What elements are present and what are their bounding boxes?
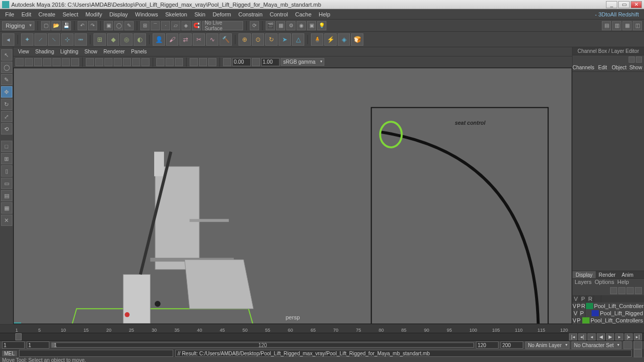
rotate-tool-icon[interactable]: ↻: [1, 99, 12, 110]
magnet-icon[interactable]: 🧲: [192, 21, 201, 30]
isolate-icon[interactable]: [156, 58, 164, 66]
layer-move-up-icon[interactable]: [610, 287, 617, 294]
autokey-icon[interactable]: [623, 341, 632, 349]
gamma-icon[interactable]: [252, 58, 260, 66]
blendshape-icon[interactable]: ◎: [120, 33, 133, 46]
live-surface-display[interactable]: No Live Surface: [202, 21, 243, 30]
time-slider[interactable]: [0, 333, 644, 341]
exposure-icon[interactable]: [223, 58, 231, 66]
single-pane-icon[interactable]: □: [1, 141, 12, 152]
lasso-tool-icon[interactable]: ◯: [1, 62, 12, 73]
layer-row[interactable]: VPRPool_Lift_Controllers_f: [573, 302, 644, 310]
lattice-icon[interactable]: ⊞: [94, 33, 106, 46]
channel-tab-edit[interactable]: Edit: [594, 64, 611, 71]
step-back-button[interactable]: ◂: [587, 333, 596, 340]
time-ruler[interactable]: 1510152025303540455055606570758085909510…: [0, 325, 644, 333]
channel-menu-icon[interactable]: [629, 56, 635, 63]
outliner-layout-icon[interactable]: ▤: [1, 190, 12, 201]
anim-layer-dropdown[interactable]: No Anim Layer: [525, 341, 569, 349]
near-clip-input[interactable]: [232, 58, 251, 66]
layer-color-swatch[interactable]: [582, 317, 590, 323]
lasso-icon[interactable]: ◯: [114, 21, 123, 30]
xray-joints-icon[interactable]: [175, 58, 183, 66]
menu-cache[interactable]: Cache: [292, 10, 315, 18]
shelf-tab-selector-icon[interactable]: ◂: [2, 33, 14, 46]
maximize-button[interactable]: ▭: [618, 1, 630, 8]
detach-skin-icon[interactable]: ✂: [193, 33, 205, 46]
quickrig-icon[interactable]: ⚡: [324, 33, 337, 46]
color-mgmt-dropdown[interactable]: sRGB gamma: [281, 58, 324, 66]
wireframe-icon[interactable]: [86, 58, 94, 66]
layer-color-swatch[interactable]: [586, 303, 593, 309]
range-end2-input[interactable]: [501, 341, 523, 349]
bookmark-icon[interactable]: [25, 58, 33, 66]
viewcube-icon[interactable]: [208, 58, 216, 66]
light-editor-icon[interactable]: 💡: [317, 21, 326, 30]
move-tool-icon[interactable]: ✥: [1, 86, 12, 98]
range-slider[interactable]: 1 120: [51, 342, 474, 348]
layer-tab-display[interactable]: Display: [573, 271, 596, 278]
open-scene-icon[interactable]: 📂: [51, 21, 61, 30]
hammer-weights-icon[interactable]: 🔨: [219, 33, 232, 46]
panel-menu-view[interactable]: View: [15, 48, 32, 55]
script-editor-icon[interactable]: [634, 349, 642, 357]
go-start-button[interactable]: |◂: [569, 333, 577, 340]
camera-select-icon[interactable]: [15, 58, 24, 66]
wrap-icon[interactable]: ◐: [134, 33, 146, 46]
menu-skin[interactable]: Skin: [191, 10, 208, 18]
ao-icon[interactable]: [132, 58, 140, 66]
play-fwd-button[interactable]: ▶: [606, 333, 614, 340]
menu-display[interactable]: Display: [106, 10, 131, 18]
ik-spline-icon[interactable]: ⟍: [48, 33, 60, 46]
control-rig-icon[interactable]: ◈: [338, 33, 350, 46]
layer-playback-cell[interactable]: P: [579, 310, 585, 317]
layer-row[interactable]: VPPool_Lift_Rigged: [573, 310, 644, 317]
panel-menu-panels[interactable]: Panels: [128, 48, 150, 55]
snap-live-icon[interactable]: ◈: [181, 21, 191, 30]
modeling-toolkit-icon[interactable]: ◫: [633, 21, 642, 30]
lights-icon[interactable]: [114, 58, 122, 66]
select-mode-icon[interactable]: ▣: [104, 21, 113, 30]
layer-vis-cell[interactable]: V: [573, 310, 579, 317]
snap-curve-icon[interactable]: ⌒: [151, 21, 160, 30]
play-back-button[interactable]: ◀: [597, 333, 605, 340]
layer-new-selected-icon[interactable]: [635, 287, 642, 294]
layer-sub-options[interactable]: Options: [595, 279, 614, 286]
menu-skeleton[interactable]: Skeleton: [162, 10, 190, 18]
channel-tab-channels[interactable]: Channels: [573, 64, 594, 71]
panel-menu-renderer[interactable]: Renderer: [101, 48, 127, 55]
mirror-joint-icon[interactable]: ⥈: [75, 33, 87, 46]
orient-constraint-icon[interactable]: ↻: [265, 33, 278, 46]
textured-icon[interactable]: [104, 58, 113, 66]
select-tool-icon[interactable]: ↖: [1, 49, 12, 61]
menu-create[interactable]: Create: [35, 10, 59, 18]
bind-skin-icon[interactable]: 👤: [153, 33, 165, 46]
render-icon[interactable]: 🎬: [266, 21, 275, 30]
smooth-shade-icon[interactable]: [95, 58, 103, 66]
layer-row[interactable]: VPPool_Lift_Controllers: [573, 317, 644, 324]
panel-menu-show[interactable]: Show: [82, 48, 100, 55]
mel-label[interactable]: MEL: [2, 351, 17, 356]
menu-control[interactable]: Control: [267, 10, 291, 18]
shadows-icon[interactable]: [123, 58, 131, 66]
channel-tab-show[interactable]: Show: [628, 64, 644, 71]
command-input[interactable]: [19, 350, 173, 357]
redo-icon[interactable]: ↷: [88, 21, 97, 30]
cluster-icon[interactable]: ◆: [107, 33, 119, 46]
layer-tab-render[interactable]: Render: [596, 271, 619, 278]
range-start-input[interactable]: [2, 341, 25, 349]
paint-weights-icon[interactable]: 🖌: [166, 33, 178, 46]
hud-icon[interactable]: [199, 58, 207, 66]
two-pane-h-icon[interactable]: ▭: [1, 178, 12, 189]
parent-constraint-icon[interactable]: ⊕: [238, 33, 251, 46]
render-view-icon[interactable]: ▣: [307, 21, 316, 30]
step-fwd-button[interactable]: ▸: [615, 333, 623, 340]
layer-playback-cell[interactable]: P: [577, 317, 581, 324]
layer-vis-cell[interactable]: V: [573, 317, 577, 324]
layer-sub-help[interactable]: Help: [617, 279, 629, 286]
resolution-gate-icon[interactable]: [52, 58, 61, 66]
joint-tool-icon[interactable]: ✦: [21, 33, 33, 46]
menu-modify[interactable]: Modify: [82, 10, 105, 18]
menu-deform[interactable]: Deform: [210, 10, 234, 18]
layer-tab-anim[interactable]: Anim: [619, 271, 637, 278]
